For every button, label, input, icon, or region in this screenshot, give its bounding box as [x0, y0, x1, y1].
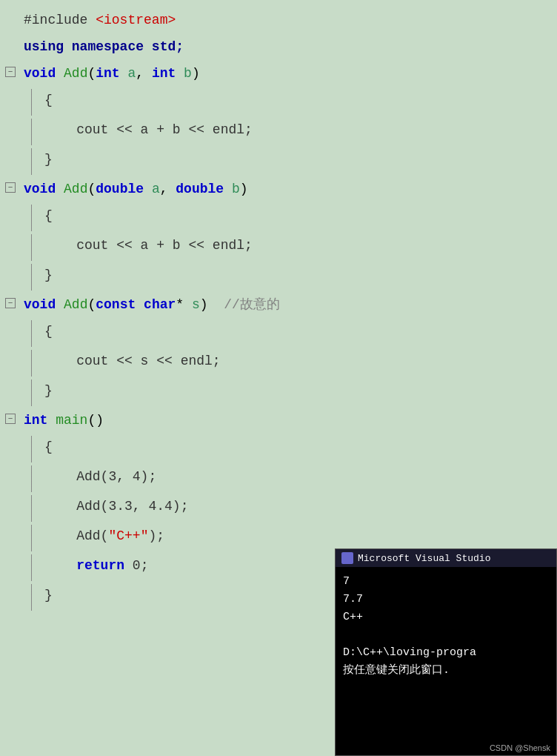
code-content-17: Add(3, 4); — [41, 465, 557, 488]
fold-gutter-4 — [0, 89, 21, 92]
fold-gutter-12 — [0, 320, 21, 323]
code-line-4: { — [0, 87, 557, 117]
code-line-11: − void Add(const char* s) //故意的 — [0, 292, 557, 319]
code-content-5: cout << a + b << endl; — [41, 119, 557, 141]
terminal-line-2: 7.7 — [343, 591, 549, 609]
terminal-line-3: C++ — [343, 609, 549, 626]
indent-line-10 — [21, 264, 41, 291]
code-line-2: using namespace std; — [0, 34, 557, 61]
fold-gutter-21 — [0, 584, 21, 587]
indent-line-17 — [21, 465, 41, 492]
code-content-4: { — [41, 89, 557, 111]
code-line-15: − int main() — [0, 408, 557, 434]
code-line-7: − void Add(double a, double b) — [0, 176, 557, 203]
code-content-16: { — [41, 436, 557, 458]
fold-gutter-17 — [0, 465, 21, 468]
code-content-10: } — [41, 264, 557, 286]
indent-line-20 — [21, 554, 41, 581]
code-line-16: { — [0, 434, 557, 464]
code-line-6: } — [0, 147, 557, 176]
code-line-10: } — [0, 262, 557, 292]
code-content-3: void Add(int a, int b) — [21, 62, 557, 84]
indent-line-9 — [21, 234, 41, 261]
terminal-title: Microsoft Visual Studio — [358, 553, 490, 564]
code-line-5: cout << a + b << endl; — [0, 117, 557, 147]
fold-gutter-11[interactable]: − — [0, 294, 21, 308]
terminal-line-5: D:\C++\loving-progra — [343, 644, 549, 662]
terminal-line-6: 按任意键关闭此窗口. — [343, 662, 549, 680]
fold-gutter-8 — [0, 205, 21, 208]
indent-line-14 — [21, 379, 41, 406]
fold-gutter-20 — [0, 554, 21, 557]
code-line-8: { — [0, 203, 557, 233]
fold-gutter-5 — [0, 119, 21, 122]
code-content-18: Add(3.3, 4.4); — [41, 495, 557, 517]
code-content-8: { — [41, 205, 557, 227]
indent-line-19 — [21, 525, 41, 551]
fold-gutter-14 — [0, 379, 21, 382]
indent-line-4 — [21, 89, 41, 116]
code-line-9: cout << a + b << endl; — [0, 233, 557, 262]
indent-line-13 — [21, 350, 41, 377]
fold-button-3[interactable]: − — [5, 67, 16, 77]
indent-line-12 — [21, 320, 41, 347]
code-content-2: using namespace std; — [21, 36, 557, 58]
fold-gutter-13 — [0, 350, 21, 353]
terminal-line-1: 7 — [343, 573, 549, 591]
fold-gutter-2 — [0, 36, 21, 39]
indent-line-8 — [21, 205, 41, 231]
fold-gutter-1 — [0, 9, 21, 12]
indent-line-18 — [21, 495, 41, 522]
terminal-icon — [341, 552, 353, 564]
fold-gutter-3[interactable]: − — [0, 62, 21, 77]
fold-button-11[interactable]: − — [5, 298, 16, 308]
fold-button-15[interactable]: − — [5, 414, 16, 424]
code-content-9: cout << a + b << endl; — [41, 234, 557, 256]
code-line-1: #include <iostream> — [0, 7, 557, 34]
indent-line-5 — [21, 119, 41, 145]
fold-gutter-15[interactable]: − — [0, 409, 21, 424]
fold-gutter-10 — [0, 264, 21, 267]
code-editor: #include <iostream> using namespace std;… — [0, 0, 557, 756]
code-line-13: cout << s << endl; — [0, 348, 557, 378]
fold-button-7[interactable]: − — [5, 182, 16, 193]
code-content-13: cout << s << endl; — [41, 350, 557, 372]
code-line-12: { — [0, 319, 557, 348]
fold-gutter-19 — [0, 525, 21, 528]
fold-gutter-6 — [0, 148, 21, 151]
terminal-body: 7 7.7 C++ D:\C++\loving-progra 按任意键关闭此窗口… — [336, 567, 556, 686]
fold-gutter-16 — [0, 436, 21, 439]
terminal-title-bar: Microsoft Visual Studio — [336, 549, 556, 567]
code-content-7: void Add(double a, double b) — [21, 178, 557, 200]
fold-gutter-7[interactable]: − — [0, 178, 21, 193]
code-line-17: Add(3, 4); — [0, 464, 557, 494]
terminal-line-4 — [343, 626, 549, 644]
code-content-12: { — [41, 320, 557, 342]
indent-line-16 — [21, 436, 41, 462]
indent-line-21 — [21, 584, 41, 611]
csdn-credit: CSDN @Shensk — [490, 743, 550, 752]
fold-gutter-9 — [0, 234, 21, 237]
code-content-11: void Add(const char* s) //故意的 — [21, 294, 557, 316]
code-line-3: − void Add(int a, int b) — [0, 61, 557, 87]
code-content-19: Add("C++"); — [41, 525, 557, 547]
code-line-14: } — [0, 378, 557, 408]
code-content-6: } — [41, 148, 557, 170]
code-content-15: int main() — [21, 409, 557, 431]
code-line-18: Add(3.3, 4.4); — [0, 494, 557, 523]
indent-line-6 — [21, 148, 41, 175]
code-content-14: } — [41, 379, 557, 402]
terminal-window: Microsoft Visual Studio 7 7.7 C++ D:\C++… — [335, 548, 557, 756]
code-content-1: #include <iostream> — [21, 9, 557, 31]
fold-gutter-18 — [0, 495, 21, 498]
